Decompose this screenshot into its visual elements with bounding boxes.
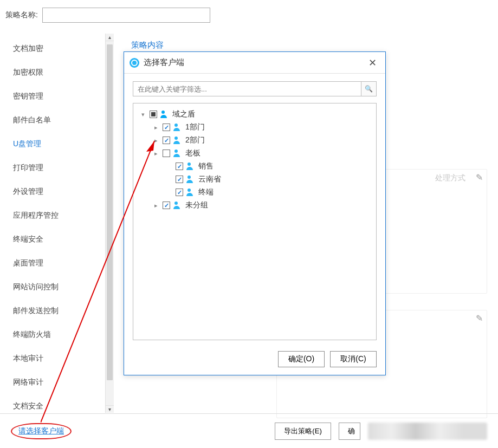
dialog-title: 选择客户端 (144, 57, 365, 68)
search-button[interactable]: 🔍 (361, 81, 377, 96)
sidebar-item-local-audit[interactable]: 本地审计 (10, 347, 114, 371)
sidebar-item-web-control[interactable]: 网站访问控制 (10, 275, 114, 299)
policy-name-input[interactable] (42, 8, 210, 23)
tree-item[interactable]: 销售 (137, 160, 373, 173)
chevron-down-icon[interactable]: ▾ (140, 111, 146, 118)
edit-icon-2[interactable]: ✎ (476, 313, 483, 323)
tree-label: 2部门 (185, 135, 205, 145)
scroll-down-arrow[interactable]: ▾ (106, 405, 114, 413)
globe-icon (130, 58, 139, 68)
sidebar-item-encrypt-perm[interactable]: 加密权限 (10, 61, 114, 85)
sidebar-item-key-mgmt[interactable]: 密钥管理 (10, 85, 114, 108)
tree-item[interactable]: ▸ 老板 (137, 147, 373, 160)
sidebar-item-periph-mgmt[interactable]: 外设管理 (10, 180, 114, 204)
sidebar-item-net-audit[interactable]: 网络审计 (10, 371, 114, 394)
sidebar-item-mail-whitelist[interactable]: 邮件白名单 (10, 108, 114, 132)
select-clients-link[interactable]: 请选择客户端 (11, 423, 72, 439)
tree-item[interactable]: 云南省 (137, 173, 373, 186)
group-icon (186, 176, 195, 183)
policy-name-label: 策略名称: (5, 10, 38, 20)
checkbox[interactable] (163, 150, 170, 157)
sidebar-item-usb-mgmt[interactable]: U盘管理 (10, 132, 114, 156)
chevron-right-icon[interactable]: ▸ (153, 202, 159, 209)
select-client-dialog: 选择客户端 ✕ 🔍 ▾ 域之盾 ▸ 1部门 ▸ (124, 51, 386, 375)
edit-icon-1[interactable]: ✎ (476, 172, 483, 183)
group-icon (186, 189, 195, 196)
group-icon (173, 202, 182, 209)
group-icon (173, 137, 182, 144)
tree-label: 销售 (198, 161, 214, 171)
tree-root[interactable]: ▾ 域之盾 (137, 108, 373, 121)
tree-label: 云南省 (198, 174, 221, 184)
cancel-button[interactable]: 取消(C) (330, 351, 377, 367)
group-icon (173, 124, 182, 131)
checkbox[interactable] (176, 176, 183, 183)
sidebar-item-print-mgmt[interactable]: 打印管理 (10, 156, 114, 180)
sidebar-item-desktop-mgmt[interactable]: 桌面管理 (10, 251, 114, 275)
ok-button[interactable]: 确定(O) (278, 351, 325, 367)
chevron-right-icon[interactable]: ▸ (153, 137, 159, 144)
tree-label: 域之盾 (172, 109, 195, 119)
tree-item[interactable]: ▸ 1部门 (137, 121, 373, 134)
chevron-right-icon[interactable]: ▸ (153, 150, 159, 157)
checkbox[interactable] (176, 189, 183, 196)
handle-mode-label: 处理方式 (435, 173, 465, 183)
checkbox[interactable] (163, 202, 170, 209)
sidebar-item-mail-control[interactable]: 邮件发送控制 (10, 299, 114, 323)
sidebar-item-doc-encrypt[interactable]: 文档加密 (10, 37, 114, 61)
group-icon (173, 150, 182, 157)
scroll-thumb[interactable] (107, 44, 113, 380)
checkbox[interactable] (176, 163, 183, 170)
tree-item[interactable]: ▸ 未分组 (137, 199, 373, 212)
sidebar-item-app-control[interactable]: 应用程序管控 (10, 204, 114, 228)
checkbox[interactable] (163, 124, 170, 131)
search-input[interactable] (133, 81, 361, 96)
tree-label: 老板 (185, 148, 201, 158)
sidebar-item-firewall[interactable]: 终端防火墙 (10, 323, 114, 347)
checkbox-mixed[interactable] (150, 111, 157, 118)
close-icon[interactable]: ✕ (365, 57, 380, 69)
sidebar-item-doc-security[interactable]: 文档安全 (10, 394, 114, 413)
search-icon: 🔍 (365, 85, 373, 93)
tree-item[interactable]: 终端 (137, 186, 373, 199)
tree-label: 未分组 (185, 200, 208, 210)
sidebar-item-terminal-sec[interactable]: 终端安全 (10, 228, 114, 251)
client-tree: ▾ 域之盾 ▸ 1部门 ▸ 2部门 ▸ 老板 (133, 103, 377, 340)
tree-label: 1部门 (185, 122, 205, 132)
confirm-button-partial[interactable]: 确 (339, 423, 360, 440)
blurred-region (368, 423, 487, 440)
checkbox[interactable] (163, 137, 170, 144)
tree-item[interactable]: ▸ 2部门 (137, 134, 373, 147)
sidebar-scrollbar[interactable]: ▴ ▾ (105, 34, 114, 413)
chevron-right-icon[interactable]: ▸ (153, 124, 159, 131)
scroll-up-arrow[interactable]: ▴ (106, 34, 114, 41)
group-icon (186, 163, 195, 170)
group-icon (160, 111, 169, 118)
export-policy-button[interactable]: 导出策略(E) (275, 423, 331, 440)
tree-label: 终端 (198, 187, 214, 197)
sidebar: 文档加密 加密权限 密钥管理 邮件白名单 U盘管理 打印管理 外设管理 应用程序… (0, 34, 114, 413)
